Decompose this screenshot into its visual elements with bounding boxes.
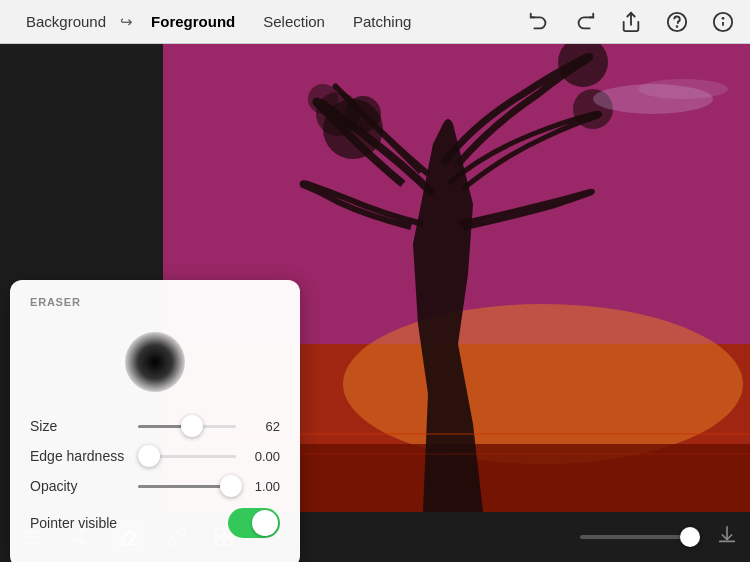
pointer-visible-label: Pointer visible [30, 515, 130, 531]
svg-point-13 [345, 96, 381, 132]
edge-hardness-thumb[interactable] [138, 445, 160, 467]
edge-hardness-row: Edge hardness 0.00 [30, 448, 280, 464]
tab-selection[interactable]: Selection [249, 7, 339, 36]
size-slider[interactable] [138, 425, 236, 428]
panel-title: ERASER [30, 296, 280, 308]
svg-point-2 [677, 26, 678, 27]
svg-point-9 [343, 304, 743, 464]
bottom-slider-container [580, 524, 738, 551]
tab-background[interactable]: Background [12, 7, 120, 36]
size-slider-thumb[interactable] [181, 415, 203, 437]
pointer-toggle[interactable] [228, 508, 280, 538]
top-toolbar: Background ↪ Foreground Selection Patchi… [0, 0, 750, 44]
tab-patching[interactable]: Patching [339, 7, 425, 36]
opacity-thumb[interactable] [220, 475, 242, 497]
toolbar-right-icons [524, 7, 738, 37]
size-label: Size [30, 418, 130, 434]
opacity-label: Opacity [30, 478, 130, 494]
opacity-value: 1.00 [244, 479, 280, 494]
edge-hardness-label: Edge hardness [30, 448, 130, 464]
bottom-size-thumb[interactable] [680, 527, 700, 547]
toggle-thumb [252, 510, 278, 536]
opacity-slider[interactable] [138, 485, 236, 488]
eraser-panel: ERASER Size 62 Edge hardness 0.00 Opacit… [10, 280, 300, 562]
help-button[interactable] [662, 7, 692, 37]
opacity-row: Opacity 1.00 [30, 478, 280, 494]
pointer-toggle-container[interactable] [228, 508, 280, 538]
bottom-size-slider[interactable] [580, 535, 700, 539]
edge-hardness-value: 0.00 [244, 449, 280, 464]
tab-arrow: ↪ [120, 13, 133, 31]
size-row: Size 62 [30, 418, 280, 434]
edge-hardness-slider[interactable] [138, 455, 236, 458]
share-button[interactable] [616, 7, 646, 37]
undo-button[interactable] [524, 7, 554, 37]
brush-circle-preview [125, 332, 185, 392]
info-button[interactable] [708, 7, 738, 37]
size-value: 62 [244, 419, 280, 434]
brush-preview [115, 322, 195, 402]
tab-foreground[interactable]: Foreground [137, 7, 249, 36]
svg-point-18 [638, 79, 728, 99]
opacity-fill [138, 485, 231, 488]
pointer-visible-row: Pointer visible [30, 508, 280, 538]
redo-button[interactable] [570, 7, 600, 37]
svg-point-15 [308, 84, 338, 114]
download-icon[interactable] [716, 524, 738, 551]
